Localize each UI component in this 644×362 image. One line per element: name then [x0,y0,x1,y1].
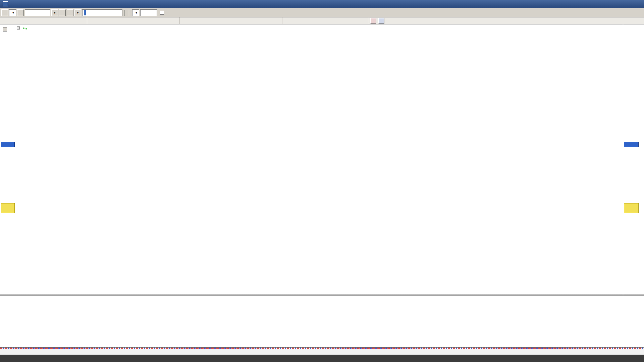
sound-dropdown-button[interactable]: ▼ [74,9,81,16]
price-segment [3,17,87,24]
buy-button[interactable] [370,18,376,24]
indicator-chart-canvas[interactable] [0,296,644,347]
sound-icon[interactable] [67,9,73,16]
axis-separator [623,24,623,347]
app-icon [3,1,8,6]
code-dropdown-button[interactable]: ▼ [51,9,58,16]
stock-name-field[interactable] [82,9,122,16]
stock-chart-window: ▼ ▼ ▼ ▼ [0,0,644,362]
divider [129,10,129,16]
prev-stock-button[interactable] [17,9,24,16]
asset-type-select[interactable]: ▼ [9,9,16,16]
panel-divider-handle[interactable] [0,294,644,296]
ohl-segment [284,17,368,24]
chevron-down-icon: ▼ [12,11,15,14]
bar-count-input[interactable] [140,9,157,16]
chevron-down-icon: ▼ [76,11,79,14]
divider [124,10,125,16]
time-axis[interactable] [0,347,644,355]
chevron-down-icon: ▼ [135,11,138,14]
status-bar [0,355,644,362]
amount-segment [182,17,282,24]
stock-code-input[interactable] [25,9,50,16]
chart-area[interactable] [0,24,644,347]
toolbar: ▼ ▼ ▼ ▼ [0,8,644,17]
d-checkbox[interactable] [160,11,164,15]
chevron-down-icon: ▼ [53,11,56,14]
tick-count-select[interactable]: ▼ [132,9,139,16]
price-info-bar [0,17,644,24]
time-labels [0,349,644,355]
window-switch-icon[interactable] [1,9,8,16]
main-chart-canvas[interactable] [0,24,644,296]
sell-button[interactable] [378,18,384,24]
title-bar[interactable] [0,0,644,8]
volume-segment [89,17,180,24]
search-icon[interactable] [59,9,66,16]
kosdaq-badge [84,10,86,15]
